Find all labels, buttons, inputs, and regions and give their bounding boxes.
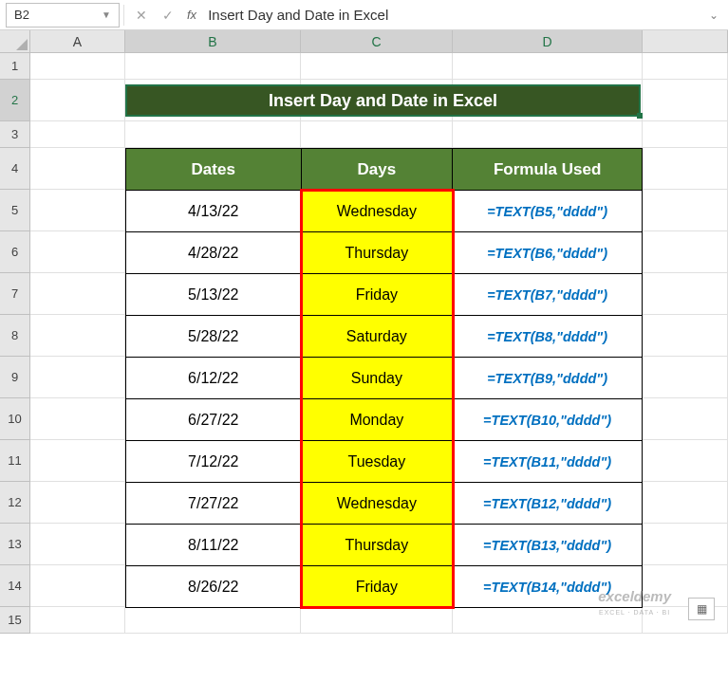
row-header-8[interactable]: 8 bbox=[0, 315, 30, 357]
expand-formula-bar-icon[interactable]: ⌄ bbox=[709, 9, 728, 22]
select-all-corner[interactable] bbox=[0, 30, 30, 53]
row-header-6[interactable]: 6 bbox=[0, 231, 30, 273]
page-title[interactable]: Insert Day and Date in Excel bbox=[125, 84, 641, 117]
table-body: 4/13/22Wednesday=TEXT(B5,"dddd")4/28/22T… bbox=[126, 191, 643, 608]
row-header-3[interactable]: 3 bbox=[0, 121, 30, 148]
accept-formula-button[interactable]: ✓ bbox=[155, 3, 181, 28]
cell-formula[interactable]: =TEXT(B8,"dddd") bbox=[453, 316, 643, 358]
cell-day[interactable]: Wednesday bbox=[301, 191, 453, 232]
col-header-blank[interactable] bbox=[643, 30, 728, 52]
cell-formula[interactable]: =TEXT(B11,"dddd") bbox=[453, 441, 643, 483]
table-row[interactable]: 8/26/22Friday=TEXT(B14,"dddd") bbox=[126, 566, 643, 608]
sheet-area: A B C D 1 2 3 4 5 6 7 8 9 10 11 12 13 14… bbox=[0, 30, 728, 634]
table-row[interactable]: 6/27/22Monday=TEXT(B10,"dddd") bbox=[126, 399, 643, 441]
chevron-down-icon[interactable]: ▼ bbox=[102, 9, 111, 20]
cell-formula[interactable]: =TEXT(B6,"dddd") bbox=[453, 232, 643, 274]
cell-formula[interactable]: =TEXT(B5,"dddd") bbox=[453, 191, 643, 232]
cell-day[interactable]: Sunday bbox=[301, 358, 453, 399]
fx-icon[interactable]: fx bbox=[187, 8, 196, 22]
cell-formula[interactable]: =TEXT(B9,"dddd") bbox=[453, 358, 643, 399]
cell-day[interactable]: Wednesday bbox=[301, 483, 453, 525]
table-row[interactable]: 4/13/22Wednesday=TEXT(B5,"dddd") bbox=[126, 191, 643, 232]
divider bbox=[123, 5, 124, 26]
cell-formula[interactable]: =TEXT(B10,"dddd") bbox=[453, 399, 643, 441]
col-header-C[interactable]: C bbox=[301, 30, 453, 52]
row-header-5[interactable]: 5 bbox=[0, 190, 30, 231]
row-header-11[interactable]: 11 bbox=[0, 440, 30, 482]
col-header-B[interactable]: B bbox=[125, 30, 301, 52]
header-formula[interactable]: Formula Used bbox=[453, 149, 643, 191]
cell-formula[interactable]: =TEXT(B13,"dddd") bbox=[453, 525, 643, 566]
cell-day[interactable]: Thursday bbox=[301, 525, 453, 566]
cell-day[interactable]: Friday bbox=[301, 274, 453, 316]
table-header-row: Dates Days Formula Used bbox=[126, 149, 643, 191]
row-headers: 1 2 3 4 5 6 7 8 9 10 11 12 13 14 15 bbox=[0, 53, 30, 634]
cell-day[interactable]: Friday bbox=[301, 566, 453, 608]
row-header-1[interactable]: 1 bbox=[0, 53, 30, 80]
row-header-4[interactable]: 4 bbox=[0, 148, 30, 190]
table-row[interactable]: 7/27/22Wednesday=TEXT(B12,"dddd") bbox=[126, 483, 643, 525]
cell-date[interactable]: 8/26/22 bbox=[126, 566, 302, 608]
cell-day[interactable]: Saturday bbox=[301, 316, 453, 358]
formula-input[interactable] bbox=[202, 3, 709, 28]
table-row[interactable]: 7/12/22Tuesday=TEXT(B11,"dddd") bbox=[126, 441, 643, 483]
col-header-A[interactable]: A bbox=[30, 30, 125, 52]
cell-formula[interactable]: =TEXT(B14,"dddd") bbox=[453, 566, 643, 608]
page-title-text: Insert Day and Date in Excel bbox=[269, 91, 497, 111]
table-row[interactable]: 8/11/22Thursday=TEXT(B13,"dddd") bbox=[126, 525, 643, 566]
cell-date[interactable]: 4/28/22 bbox=[126, 232, 302, 274]
cell-date[interactable]: 5/13/22 bbox=[126, 274, 302, 316]
cell-date[interactable]: 7/12/22 bbox=[126, 441, 302, 483]
cell-date[interactable]: 5/28/22 bbox=[126, 316, 302, 358]
row-header-12[interactable]: 12 bbox=[0, 482, 30, 524]
cell-date[interactable]: 8/11/22 bbox=[126, 525, 302, 566]
cell-formula[interactable]: =TEXT(B7,"dddd") bbox=[453, 274, 643, 316]
table-row[interactable]: 6/12/22Sunday=TEXT(B9,"dddd") bbox=[126, 358, 643, 399]
col-header-D[interactable]: D bbox=[453, 30, 643, 52]
cell-day[interactable]: Tuesday bbox=[301, 441, 453, 483]
row-header-9[interactable]: 9 bbox=[0, 357, 30, 398]
cancel-formula-button[interactable]: ✕ bbox=[128, 3, 155, 28]
cell-day[interactable]: Thursday bbox=[301, 232, 453, 274]
cell-date[interactable]: 7/27/22 bbox=[126, 483, 302, 525]
cell-formula[interactable]: =TEXT(B12,"dddd") bbox=[453, 483, 643, 525]
name-box-value: B2 bbox=[14, 8, 29, 22]
column-headers: A B C D bbox=[30, 30, 728, 53]
table-row[interactable]: 5/13/22Friday=TEXT(B7,"dddd") bbox=[126, 274, 643, 316]
row-header-10[interactable]: 10 bbox=[0, 398, 30, 440]
row-header-13[interactable]: 13 bbox=[0, 524, 30, 565]
header-dates[interactable]: Dates bbox=[126, 149, 302, 191]
data-table: Dates Days Formula Used 4/13/22Wednesday… bbox=[125, 148, 643, 608]
paste-options-icon[interactable]: ▦ bbox=[688, 598, 715, 620]
row-header-2[interactable]: 2 bbox=[0, 80, 30, 121]
cell-day[interactable]: Monday bbox=[301, 399, 453, 441]
row-header-7[interactable]: 7 bbox=[0, 273, 30, 315]
table-row[interactable]: 5/28/22Saturday=TEXT(B8,"dddd") bbox=[126, 316, 643, 358]
row-header-15[interactable]: 15 bbox=[0, 607, 30, 634]
row-header-14[interactable]: 14 bbox=[0, 565, 30, 607]
cell-date[interactable]: 6/27/22 bbox=[126, 399, 302, 441]
table-row[interactable]: 4/28/22Thursday=TEXT(B6,"dddd") bbox=[126, 232, 643, 274]
name-box[interactable]: B2 ▼ bbox=[6, 3, 120, 28]
grid[interactable]: Insert Day and Date in Excel Dates Days … bbox=[30, 53, 728, 634]
cell-date[interactable]: 6/12/22 bbox=[126, 358, 302, 399]
cell-date[interactable]: 4/13/22 bbox=[126, 191, 302, 232]
formula-bar-row: B2 ▼ ✕ ✓ fx ⌄ bbox=[0, 0, 728, 30]
header-days[interactable]: Days bbox=[301, 149, 453, 191]
